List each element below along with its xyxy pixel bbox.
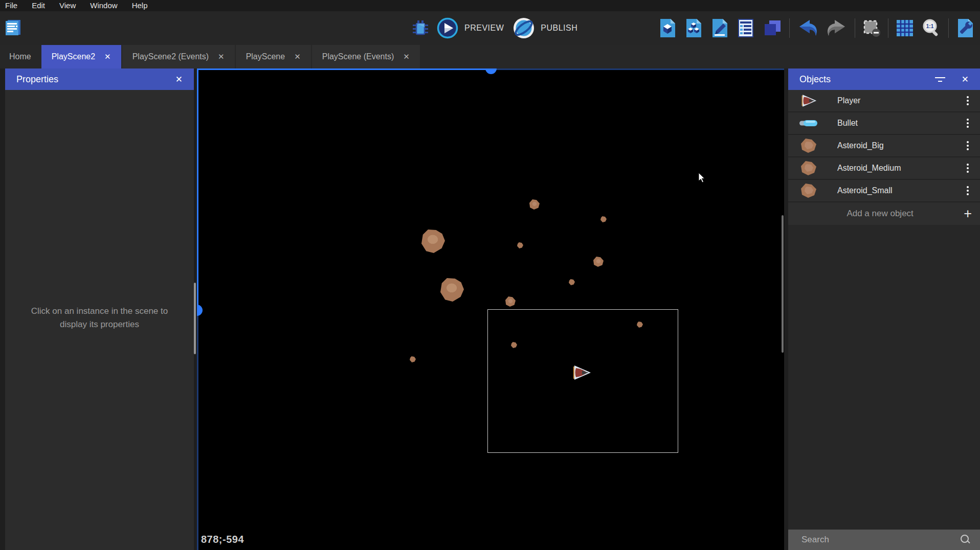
asteroid-icon	[798, 138, 819, 154]
add-object-row[interactable]: Add a new object +	[788, 202, 980, 225]
object-row[interactable]: Asteroid_Medium	[788, 157, 980, 180]
settings-button[interactable]	[955, 18, 975, 38]
objects-panel: Objects ✕ Player Bullet Asteroid_Big Ast…	[788, 68, 980, 550]
object-groups-button[interactable]	[684, 18, 703, 38]
debug-button[interactable]	[410, 18, 431, 38]
tab-label: PlayScene2	[52, 52, 95, 61]
toolbar: PREVIEW PUBLISH	[0, 11, 980, 45]
objects-editor-icon	[658, 18, 677, 38]
close-icon[interactable]: ✕	[403, 52, 410, 61]
player-ship-instance[interactable]	[572, 365, 591, 380]
object-groups-icon	[684, 18, 703, 38]
object-row[interactable]: Asteroid_Small	[788, 180, 980, 202]
object-row[interactable]: Bullet	[788, 112, 980, 135]
instances-list-button[interactable]	[736, 18, 755, 38]
objects-panel-title: Objects	[799, 74, 935, 85]
publish-label[interactable]: PUBLISH	[541, 24, 577, 33]
tab-playscene2[interactable]: PlayScene2 ✕	[41, 45, 121, 68]
tab-label: PlayScene (Events)	[322, 52, 394, 61]
publish-button[interactable]	[513, 17, 534, 39]
search-input[interactable]	[788, 535, 960, 545]
project-manager-icon	[4, 18, 23, 37]
object-menu-button[interactable]	[965, 184, 971, 197]
object-row[interactable]: Asteroid_Big	[788, 135, 980, 157]
asteroid-instance[interactable]	[569, 279, 575, 285]
tab-playscene2-events-[interactable]: PlayScene2 (Events) ✕	[122, 45, 235, 68]
camera-bounds-rect	[487, 309, 678, 453]
properties-panel-header: Properties ✕	[5, 68, 194, 90]
redo-icon	[826, 19, 848, 37]
search-icon[interactable]	[960, 534, 971, 545]
asteroid-instance[interactable]	[517, 242, 523, 248]
asteroid-instance[interactable]	[505, 296, 516, 307]
scene-canvas[interactable]: 878;-594	[197, 68, 784, 550]
tab-playscene-events-[interactable]: PlayScene (Events) ✕	[312, 45, 420, 68]
objects-editor-button[interactable]	[658, 18, 677, 38]
add-object-label: Add a new object	[796, 209, 964, 219]
preview-label[interactable]: PREVIEW	[464, 24, 504, 33]
mouse-cursor	[698, 173, 705, 183]
canvas-vscroll-thumb[interactable]	[197, 305, 203, 316]
properties-scrollbar[interactable]	[194, 283, 196, 354]
tab-label: PlayScene	[246, 52, 285, 61]
settings-wrench-icon	[955, 18, 975, 38]
project-manager-button[interactable]	[4, 18, 23, 37]
asteroid-instance[interactable]	[593, 257, 604, 267]
object-name: Player	[837, 96, 965, 105]
object-menu-button[interactable]	[965, 162, 971, 175]
main-area: Properties ✕ Click on an instance in the…	[0, 68, 980, 550]
redo-button[interactable]	[826, 19, 848, 37]
close-icon[interactable]: ✕	[294, 52, 301, 61]
zoom-reset-button[interactable]: 1:1	[921, 18, 942, 38]
toolbar-divider	[888, 18, 888, 38]
object-name: Asteroid_Big	[837, 141, 965, 150]
edit-scene-button[interactable]	[710, 18, 729, 38]
bullet-icon	[798, 115, 819, 131]
canvas-right-scrollbar[interactable]	[782, 215, 784, 353]
asteroid-instance[interactable]	[600, 216, 607, 222]
grid-button[interactable]	[895, 18, 915, 38]
close-icon[interactable]: ✕	[172, 73, 186, 86]
edit-scene-icon	[710, 18, 729, 38]
toolbar-divider	[789, 18, 790, 38]
layers-icon	[762, 18, 783, 38]
close-icon[interactable]: ✕	[104, 52, 111, 61]
menu-item[interactable]: File	[0, 0, 25, 11]
plus-icon[interactable]: +	[964, 207, 972, 221]
preview-button[interactable]	[437, 17, 458, 39]
canvas-hscroll-thumb[interactable]	[485, 68, 497, 74]
objects-panel-header: Objects ✕	[788, 68, 980, 90]
object-menu-button[interactable]	[965, 94, 971, 107]
object-name: Asteroid_Medium	[837, 164, 965, 173]
asteroid-instance[interactable]	[440, 278, 464, 302]
asteroid-instance[interactable]	[529, 199, 540, 210]
layers-button[interactable]	[762, 18, 783, 38]
gdevelop-window: FileEditViewWindowHelp	[0, 0, 980, 550]
tab-label: Home	[9, 52, 31, 61]
properties-panel-title: Properties	[16, 74, 172, 85]
object-search-bar	[788, 530, 980, 550]
grid-icon	[895, 18, 915, 38]
menu-item[interactable]: View	[52, 0, 83, 11]
menu-item[interactable]: Help	[125, 0, 155, 11]
menu-item[interactable]: Edit	[25, 0, 52, 11]
object-menu-button[interactable]	[965, 139, 971, 152]
tab-playscene[interactable]: PlayScene ✕	[236, 45, 311, 68]
object-menu-button[interactable]	[965, 117, 971, 130]
object-row[interactable]: Player	[788, 90, 980, 112]
menu-item[interactable]: Window	[83, 0, 124, 11]
filter-icon[interactable]	[935, 77, 945, 82]
undo-button[interactable]	[796, 19, 819, 37]
tab-home[interactable]: Home	[0, 45, 40, 68]
close-icon[interactable]: ✕	[218, 52, 225, 61]
asteroid-instance[interactable]	[410, 356, 416, 362]
asteroid-instance[interactable]	[421, 230, 445, 253]
publish-globe-icon	[513, 17, 534, 39]
asteroid-icon	[798, 182, 819, 199]
ship-icon	[798, 93, 819, 109]
preview-play-icon	[437, 17, 458, 39]
selection-mask-button[interactable]	[862, 18, 881, 38]
toolbar-divider	[948, 18, 949, 38]
cursor-coordinates: 878;-594	[201, 534, 244, 545]
close-icon[interactable]: ✕	[959, 73, 972, 86]
